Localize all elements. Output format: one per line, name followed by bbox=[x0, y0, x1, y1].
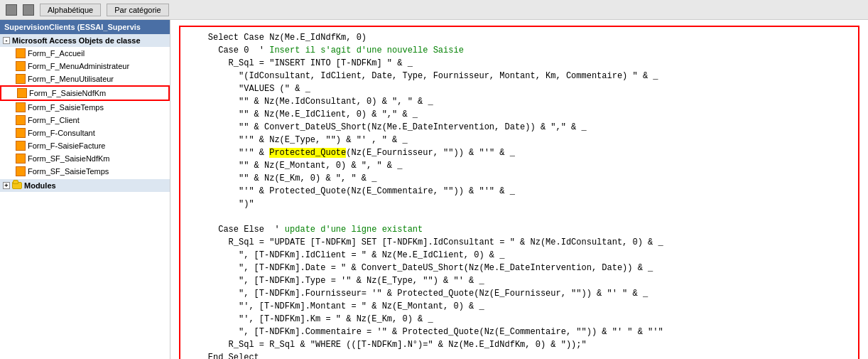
code-line-14: ")" bbox=[188, 198, 851, 210]
tree-item-form-saiesiefacture[interactable]: Form_F-SaisieFacture bbox=[0, 139, 170, 152]
section-header: - Microsoft Access Objets de classe bbox=[0, 34, 170, 47]
tree-label: Form_F-Consultant bbox=[28, 129, 95, 137]
form-icon bbox=[16, 48, 26, 58]
left-panel: SupervisionClients (ESSAI_Supervis - Mic… bbox=[0, 20, 170, 359]
section-label: Microsoft Access Objets de classe bbox=[12, 36, 141, 45]
code-line-20: ", [T-NDFKm].Fournisseur= '" & Protected… bbox=[188, 287, 851, 300]
tree-label: Form_SF_SaisieNdfKm bbox=[28, 154, 110, 163]
code-line-8: "" & Convert_DateUS_Short(Nz(Me.E_DateIn… bbox=[188, 121, 851, 134]
sort-alpha-button[interactable]: Alphabétique bbox=[40, 4, 101, 16]
code-line-15: Case Else ' update d'une ligne existant bbox=[188, 223, 851, 236]
code-line-1: Select Case Nz(Me.E_IdNdfKm, 0) bbox=[188, 31, 851, 44]
code-box: Select Case Nz(Me.E_IdNdfKm, 0) Case 0 '… bbox=[179, 26, 859, 359]
code-line-11: "" & Nz(E_Montant, 0) & ", " & _ bbox=[188, 159, 851, 172]
tree-label: Form_F_Accueil bbox=[28, 49, 85, 58]
form-icon bbox=[16, 166, 26, 176]
code-editor-panel: Select Case Nz(Me.E_IdNdfKm, 0) Case 0 '… bbox=[170, 20, 868, 359]
modules-label: Modules bbox=[24, 181, 56, 190]
code-line-blank1 bbox=[188, 210, 851, 223]
project-title: SupervisionClients (ESSAI_Supervis bbox=[4, 23, 141, 31]
code-line-3: R_Sql = "INSERT INTO [T-NDFKm] " & _ bbox=[188, 57, 851, 70]
tree-item-form-accueil[interactable]: Form_F_Accueil bbox=[0, 47, 170, 60]
code-line-21: "', [T-NDFKm].Montant = " & Nz(E_Montant… bbox=[188, 300, 851, 313]
tree-item-form-menuadmin[interactable]: Form_F_MenuAdministrateur bbox=[0, 60, 170, 73]
expand-icon-section[interactable]: - bbox=[3, 37, 10, 44]
tree-label: Form_F_SaisieTemps bbox=[28, 103, 104, 112]
tree-item-form-client[interactable]: Form_F_Client bbox=[0, 114, 170, 127]
code-line-7: "" & Nz(Me.E_IdClient, 0) & "," & _ bbox=[188, 108, 851, 121]
modules-folder-icon bbox=[12, 182, 22, 189]
left-panel-header: SupervisionClients (ESSAI_Supervis bbox=[0, 20, 170, 34]
code-line-4: "(IdConsultant, IdClient, Date, Type, Fo… bbox=[188, 70, 851, 82]
toolbar-icon2 bbox=[23, 4, 34, 16]
code-line-24: R_Sql = R_Sql & "WHERE (([T-NDFKm].N°)="… bbox=[188, 338, 851, 351]
toolbar: Alphabétique Par catégorie bbox=[0, 0, 868, 20]
toolbar-icon1 bbox=[6, 4, 17, 16]
tree-label: Form_F_MenuAdministrateur bbox=[28, 62, 129, 70]
expand-icon-modules[interactable]: + bbox=[3, 182, 10, 189]
form-icon bbox=[16, 154, 26, 164]
tree-label: Form_F_SaisieNdfKm bbox=[29, 89, 106, 97]
code-line-12: "" & Nz(E_Km, 0) & ", " & _ bbox=[188, 172, 851, 185]
main-layout: SupervisionClients (ESSAI_Supervis - Mic… bbox=[0, 20, 868, 359]
tree-label: Form_F_Client bbox=[28, 116, 80, 124]
tree-label: Form_SF_SaisieTemps bbox=[28, 167, 109, 176]
code-line-6: "" & Nz(Me.IdConsultant, 0) & ", " & _ bbox=[188, 95, 851, 108]
modules-section: + Modules bbox=[0, 179, 170, 192]
tree-item-form-saisiendfkm[interactable]: Form_F_SaisieNdfKm bbox=[0, 85, 170, 101]
form-icon bbox=[16, 115, 26, 125]
code-line-23: ", [T-NDFKm].Commentaire = '" & Protecte… bbox=[188, 326, 851, 338]
code-line-19: ", [T-NDFKm].Type = '" & Nz(E_Type, "") … bbox=[188, 274, 851, 287]
form-icon bbox=[16, 102, 26, 112]
tree-label: Form_F-SaisieFacture bbox=[28, 141, 105, 150]
code-line-16: R_Sql = "UPDATE [T-NDFKm] SET [T-NDFKm].… bbox=[188, 236, 851, 249]
code-line-5: "VALUES (" & _ bbox=[188, 82, 851, 95]
code-line-10: "'" & Protected_Quote(Nz(E_Fournisseur, … bbox=[188, 146, 851, 159]
sort-cat-button[interactable]: Par catégorie bbox=[107, 4, 168, 16]
code-line-13: "'" & Protected_Quote(Nz(E_Commentaire, … bbox=[188, 185, 851, 198]
tree-item-form-saisietemps[interactable]: Form_F_SaisieTemps bbox=[0, 101, 170, 114]
code-line-2: Case 0 ' Insert il s'agit d'une nouvelle… bbox=[188, 44, 851, 57]
code-line-9: "'" & Nz(E_Type, "") & "' , " & _ bbox=[188, 134, 851, 146]
form-icon bbox=[16, 141, 26, 151]
tree-item-form-sf-ndfkm[interactable]: Form_SF_SaisieNdfKm bbox=[0, 152, 170, 165]
form-icon bbox=[17, 88, 27, 98]
code-line-18: ", [T-NDFKm].Date = " & Convert_DateUS_S… bbox=[188, 262, 851, 274]
tree-item-form-consultant[interactable]: Form_F-Consultant bbox=[0, 127, 170, 139]
code-line-end-select: End Select bbox=[188, 351, 851, 359]
code-line-17: ", [T-NDFKm].IdClient = " & Nz(Me.E_IdCl… bbox=[188, 249, 851, 262]
form-icon bbox=[16, 61, 26, 71]
tree-label: Form_F_MenuUtilisateur bbox=[28, 75, 114, 83]
form-icon bbox=[16, 128, 26, 138]
form-icon bbox=[16, 74, 26, 84]
tree-item-form-menuutil[interactable]: Form_F_MenuUtilisateur bbox=[0, 73, 170, 85]
code-area[interactable]: Select Case Nz(Me.E_IdNdfKm, 0) Case 0 '… bbox=[170, 20, 868, 359]
tree-item-form-sf-saisietemps[interactable]: Form_SF_SaisieTemps bbox=[0, 165, 170, 178]
code-line-22: "', [T-NDFKm].Km = " & Nz(E_Km, 0) & _ bbox=[188, 313, 851, 326]
